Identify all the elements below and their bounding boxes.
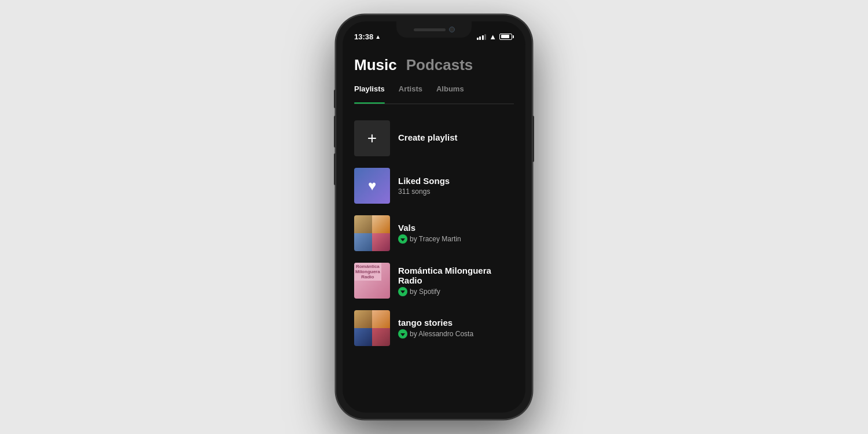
main-content: Music Podcasts Playlists Artists Albums … [343, 47, 525, 413]
tab-playlists[interactable]: Playlists [354, 84, 385, 98]
list-item[interactable]: Vals by Tracey Martin [354, 209, 514, 257]
playlist-list: + Create playlist ♥ Liked Songs 311 song… [354, 115, 514, 352]
download-icon [398, 329, 407, 339]
battery-icon [499, 34, 514, 40]
list-item[interactable]: ♥ Liked Songs 311 songs [354, 162, 514, 209]
tango-thumb [354, 310, 390, 346]
list-item[interactable]: tango stories by Alessandro Costa [354, 304, 514, 352]
vals-thumb [354, 215, 390, 251]
playlist-info: Liked Songs 311 songs [398, 176, 514, 196]
plus-icon: + [367, 130, 377, 146]
list-item[interactable]: Romántica Milonguera Radio Romántica Mil… [354, 257, 514, 304]
playlist-subtitle: by Tracey Martin [398, 234, 514, 244]
phone-screen: 13:38 ▲ ▲ [343, 21, 525, 413]
list-item[interactable]: + Create playlist [354, 115, 514, 162]
phone-frame: 13:38 ▲ ▲ [336, 14, 532, 420]
power-button [532, 116, 534, 162]
volume-down-button [334, 153, 336, 185]
playlist-subtitle: by Alessandro Costa [398, 329, 514, 339]
location-arrow-icon: ▲ [375, 34, 381, 40]
playlist-subtitle: by Spotify [398, 287, 514, 296]
playlist-name: Create playlist [398, 133, 514, 142]
speaker [414, 28, 446, 31]
playlist-name: Vals [398, 223, 514, 233]
volume-up-button [334, 116, 336, 148]
front-camera [449, 27, 455, 32]
tab-music[interactable]: Music [354, 56, 397, 74]
status-time: 13:38 ▲ [354, 32, 381, 41]
tab-albums[interactable]: Albums [436, 84, 464, 98]
tab-podcasts[interactable]: Podcasts [406, 56, 473, 74]
battery-body [499, 34, 512, 40]
create-playlist-thumb: + [354, 120, 390, 156]
playlist-name: tango stories [398, 318, 514, 328]
notch [396, 21, 472, 38]
romantica-thumb: Romántica Milonguera Radio [354, 263, 390, 299]
mute-button [334, 90, 336, 108]
signal-bar-1 [477, 38, 479, 40]
playlist-info: Vals by Tracey Martin [398, 223, 514, 244]
signal-bar-4 [484, 34, 486, 40]
wifi-icon: ▲ [489, 32, 496, 41]
signal-bar-2 [479, 36, 481, 40]
playlist-sub-text: by Tracey Martin [410, 235, 461, 243]
playlist-info: Create playlist [398, 133, 514, 144]
liked-songs-thumb: ♥ [354, 168, 390, 204]
playlist-info: tango stories by Alessandro Costa [398, 318, 514, 339]
playlist-info: Romántica Milonguera Radio by Spotify [398, 266, 514, 296]
mosaic-cell-4 [372, 233, 390, 251]
tango-cell-3 [354, 328, 372, 346]
playlist-name: Liked Songs [398, 176, 514, 186]
sub-tabs: Playlists Artists Albums [354, 84, 514, 104]
signal-icon [477, 34, 487, 40]
heart-icon: ♥ [368, 178, 376, 194]
tango-cell-2 [372, 310, 390, 328]
tango-cell-4 [372, 328, 390, 346]
playlist-sub-text: by Alessandro Costa [410, 330, 473, 338]
signal-bar-3 [482, 35, 484, 40]
download-icon [398, 234, 407, 244]
download-icon [398, 287, 407, 296]
playlist-subtitle: 311 songs [398, 187, 514, 196]
header-tabs: Music Podcasts [354, 56, 514, 74]
status-icons: ▲ [477, 32, 514, 41]
tango-cell-1 [354, 310, 372, 328]
mosaic-cell-3 [354, 233, 372, 251]
battery-fill [501, 35, 509, 38]
battery-tip [513, 35, 514, 38]
playlist-name: Romántica Milonguera Radio [398, 266, 514, 285]
time-text: 13:38 [354, 32, 373, 41]
playlist-sub-text: by Spotify [410, 288, 440, 296]
mosaic-cell-2 [372, 215, 390, 233]
mosaic-cell-1 [354, 215, 372, 233]
romantica-cell-1: Romántica Milonguera Radio [354, 263, 381, 281]
tab-artists[interactable]: Artists [399, 84, 422, 98]
